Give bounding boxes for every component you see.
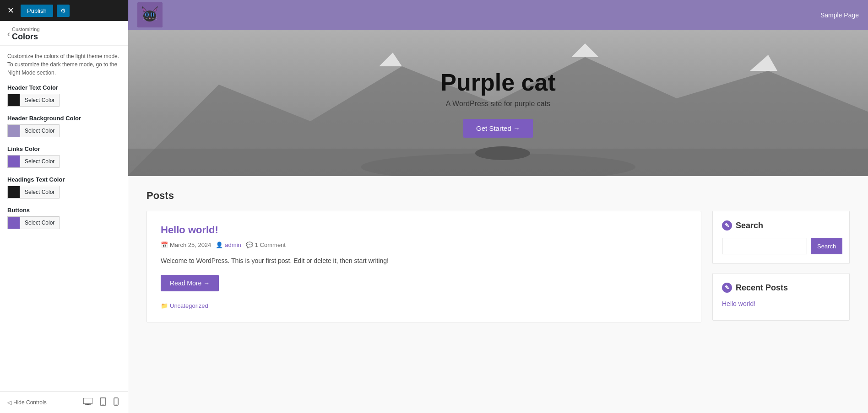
recent-post-link[interactable]: Hello world! bbox=[722, 300, 840, 307]
read-more-button[interactable]: Read More → bbox=[161, 275, 219, 291]
color-swatch-links[interactable] bbox=[7, 155, 20, 168]
tablet-device-button[interactable] bbox=[98, 397, 108, 408]
hide-controls-label: Hide Controls bbox=[13, 399, 47, 406]
posts-layout: Hello world! 📅 March 25, 2024 👤 admin 💬 … bbox=[146, 211, 850, 330]
color-swatch-header-bg[interactable] bbox=[7, 124, 20, 137]
color-section-header-text: Header Text Color Select Color bbox=[7, 84, 120, 107]
color-swatch-headings[interactable] bbox=[7, 186, 20, 198]
post-title-link[interactable]: Hello world! bbox=[161, 224, 687, 236]
cat-logo-icon bbox=[137, 2, 163, 27]
comment-icon: 💬 bbox=[246, 241, 253, 248]
posts-heading: Posts bbox=[146, 190, 850, 202]
customizer-body: Customize the colors of the light theme … bbox=[0, 46, 128, 392]
svg-rect-3 bbox=[100, 398, 106, 405]
post-date: 📅 March 25, 2024 bbox=[161, 241, 211, 248]
mobile-icon bbox=[114, 397, 119, 406]
color-label-header-bg: Header Background Color bbox=[7, 115, 120, 122]
post-comments: 💬 1 Comment bbox=[246, 241, 286, 248]
color-picker-row-links: Select Color bbox=[7, 155, 120, 168]
svg-point-16 bbox=[152, 12, 153, 17]
select-color-btn-headings[interactable]: Select Color bbox=[20, 186, 60, 198]
recent-posts-widget-title: ✎ Recent Posts bbox=[722, 283, 840, 293]
customizing-label: Customizing bbox=[12, 27, 40, 32]
search-widget: ✎ Search Search bbox=[712, 211, 850, 264]
search-input[interactable] bbox=[722, 238, 807, 254]
sidebar: ✎ Search Search ✎ Recent Posts Hello wor… bbox=[712, 211, 850, 330]
hide-controls-button[interactable]: ◁ Hide Controls bbox=[7, 399, 47, 406]
svg-rect-0 bbox=[83, 398, 92, 404]
color-label-buttons: Buttons bbox=[7, 207, 120, 214]
customizer-panel: ✕ Publish ⚙ ‹ Customizing Colors Customi… bbox=[0, 0, 128, 413]
preview-area: Sample Page bbox=[128, 0, 868, 413]
color-section-headings: Headings Text Color Select Color bbox=[7, 176, 120, 198]
color-section-header-bg: Header Background Color Select Color bbox=[7, 115, 120, 137]
color-picker-row-buttons: Select Color bbox=[7, 216, 120, 229]
author-icon: 👤 bbox=[216, 241, 223, 248]
select-color-btn-header-bg[interactable]: Select Color bbox=[20, 124, 60, 137]
publish-button[interactable]: Publish bbox=[21, 5, 53, 17]
search-widget-icon: ✎ bbox=[722, 220, 732, 231]
hide-controls-icon: ◁ bbox=[7, 399, 11, 406]
mobile-device-button[interactable] bbox=[112, 397, 120, 408]
select-color-btn-buttons[interactable]: Select Color bbox=[20, 216, 60, 229]
color-picker-row-headings: Select Color bbox=[7, 186, 120, 198]
desktop-device-button[interactable] bbox=[81, 397, 94, 408]
settings-button[interactable]: ⚙ bbox=[57, 5, 70, 17]
site-logo bbox=[137, 2, 163, 27]
hero-section: Purple cat A WordPress site for purple c… bbox=[128, 30, 868, 176]
post-excerpt: Welcome to WordPress. This is your first… bbox=[161, 256, 687, 266]
hero-content: Purple cat A WordPress site for purple c… bbox=[440, 69, 555, 138]
color-swatch-buttons[interactable] bbox=[7, 216, 20, 229]
desktop-icon bbox=[83, 398, 92, 405]
hero-subtitle: A WordPress site for purple cats bbox=[440, 100, 555, 108]
color-section-links: Links Color Select Color bbox=[7, 145, 120, 168]
svg-point-4 bbox=[103, 404, 103, 405]
color-picker-row-header-bg: Select Color bbox=[7, 124, 120, 137]
customizer-footer: ◁ Hide Controls bbox=[0, 392, 128, 413]
category-link[interactable]: Uncategorized bbox=[170, 302, 208, 309]
get-started-button[interactable]: Get Started → bbox=[463, 119, 533, 138]
calendar-icon: 📅 bbox=[161, 241, 168, 248]
select-color-btn-links[interactable]: Select Color bbox=[20, 155, 60, 168]
customizer-topbar: ✕ Publish ⚙ bbox=[0, 0, 128, 21]
colors-description: Customize the colors of the light theme … bbox=[7, 52, 120, 77]
color-label-header-text: Header Text Color bbox=[7, 84, 120, 91]
post-card: Hello world! 📅 March 25, 2024 👤 admin 💬 … bbox=[146, 211, 701, 322]
color-swatch-header-text[interactable] bbox=[7, 94, 20, 107]
select-color-btn-header-text[interactable]: Select Color bbox=[20, 94, 60, 107]
color-label-links: Links Color bbox=[7, 145, 120, 152]
svg-point-6 bbox=[116, 404, 117, 405]
svg-point-15 bbox=[146, 12, 148, 17]
nav-item-sample-page[interactable]: Sample Page bbox=[820, 11, 859, 19]
hero-title: Purple cat bbox=[440, 69, 555, 96]
color-label-headings: Headings Text Color bbox=[7, 176, 120, 183]
recent-posts-widget-icon: ✎ bbox=[722, 283, 732, 293]
close-button[interactable]: ✕ bbox=[4, 5, 18, 16]
device-icons bbox=[81, 397, 120, 408]
search-submit-button[interactable]: Search bbox=[811, 238, 842, 254]
svg-point-8 bbox=[143, 11, 156, 21]
posts-area: Posts Hello world! 📅 March 25, 2024 👤 ad… bbox=[128, 176, 868, 413]
post-category: 📁 Uncategorized bbox=[161, 302, 687, 309]
customizer-header: ‹ Customizing Colors bbox=[0, 21, 128, 46]
svg-rect-5 bbox=[114, 398, 118, 405]
post-author-link[interactable]: admin bbox=[225, 241, 241, 248]
panel-title: Colors bbox=[12, 32, 38, 41]
recent-posts-widget: ✎ Recent Posts Hello world! bbox=[712, 273, 850, 321]
site-header: Sample Page bbox=[128, 0, 868, 30]
back-button[interactable]: ‹ bbox=[7, 29, 10, 39]
site-nav: Sample Page bbox=[813, 11, 859, 19]
post-author: 👤 admin bbox=[216, 241, 241, 248]
color-section-buttons: Buttons Select Color bbox=[7, 207, 120, 229]
search-widget-title: ✎ Search bbox=[722, 220, 840, 231]
color-picker-row-header-text: Select Color bbox=[7, 94, 120, 107]
tablet-icon bbox=[100, 397, 106, 406]
search-row: Search bbox=[722, 238, 840, 254]
post-meta: 📅 March 25, 2024 👤 admin 💬 1 Comment bbox=[161, 241, 687, 248]
folder-icon: 📁 bbox=[161, 302, 168, 309]
svg-point-29 bbox=[475, 146, 530, 160]
